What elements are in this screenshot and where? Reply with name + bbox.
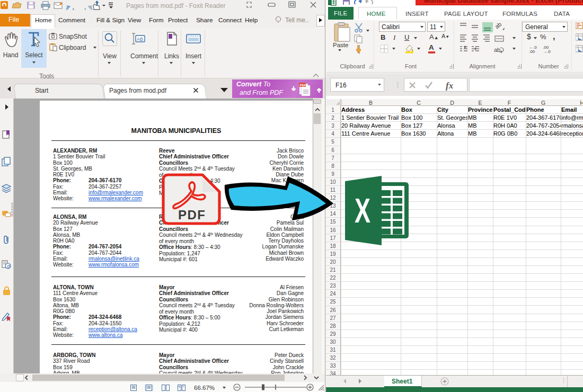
svg-text:ab: ab xyxy=(493,22,502,30)
svg-text:@: @ xyxy=(7,264,11,268)
svg-text:ab: ab xyxy=(494,47,500,53)
svg-text:AB: AB xyxy=(137,37,143,42)
svg-text:fx: fx xyxy=(446,81,454,91)
svg-text:→.0: →.0 xyxy=(543,49,551,54)
svg-text:.00: .00 xyxy=(529,49,535,54)
svg-text:PDF: PDF xyxy=(300,84,306,87)
